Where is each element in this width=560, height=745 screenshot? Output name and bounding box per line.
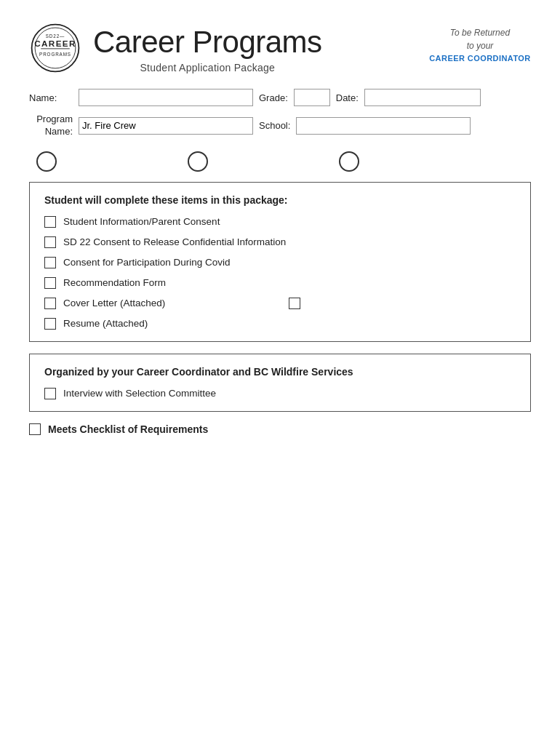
date-label: Date:: [336, 92, 359, 103]
checkbox-1[interactable]: [44, 216, 56, 228]
name-input[interactable]: [79, 89, 253, 106]
name-label: Name:: [29, 92, 73, 103]
meets-label: Meets Checklist of Requirements: [48, 423, 208, 435]
program-row: Program Name: School:: [29, 113, 531, 138]
checkbox-6[interactable]: [44, 318, 56, 330]
page-subtitle: Student Application Package: [140, 62, 275, 73]
checkbox-2[interactable]: [44, 236, 56, 248]
list-item: Recommendation Form: [44, 277, 516, 289]
date-input[interactable]: [364, 89, 481, 106]
list-item: Consent for Participation During Covid: [44, 257, 516, 268]
checkbox-4[interactable]: [44, 277, 56, 289]
svg-text:PROGRAMS: PROGRAMS: [39, 52, 71, 57]
circle-button-1[interactable]: [36, 151, 57, 172]
svg-text:SD22—: SD22—: [46, 33, 65, 39]
grade-input[interactable]: [294, 89, 330, 106]
circle-button-3[interactable]: [339, 151, 359, 172]
coordinator-label: CAREER COORDINATOR: [429, 52, 531, 65]
checklist-item-label-5: Cover Letter (Attached): [63, 298, 165, 308]
page-title: Career Programs: [93, 25, 322, 59]
return-text2: to your: [429, 39, 531, 52]
student-section: Student will complete these items in thi…: [29, 182, 531, 342]
header-center: Career Programs Student Application Pack…: [93, 23, 322, 73]
organized-section: Organized by your Career Coordinator and…: [29, 354, 531, 412]
list-item: SD 22 Consent to Release Confidential In…: [44, 236, 516, 248]
circle-1[interactable]: [36, 151, 57, 172]
extra-checkbox[interactable]: [289, 298, 300, 309]
circle-2[interactable]: [188, 151, 208, 172]
organized-section-title: Organized by your Career Coordinator and…: [44, 366, 516, 378]
logo-icon: SD22— CAREER PROGRAMS: [29, 22, 81, 74]
header-left: SD22— CAREER PROGRAMS Career Programs St…: [29, 22, 322, 74]
standalone-item: Meets Checklist of Requirements: [29, 423, 531, 435]
school-input[interactable]: [296, 117, 471, 135]
list-item: Student Information/Parent Consent: [44, 216, 516, 228]
program-label: Program Name:: [29, 113, 73, 138]
name-row: Name: Grade: Date:: [29, 89, 531, 106]
checklist-item-label-6: Resume (Attached): [63, 318, 148, 329]
header: SD22— CAREER PROGRAMS Career Programs St…: [29, 22, 531, 74]
list-item: Cover Letter (Attached): [44, 298, 516, 309]
school-label: School:: [259, 120, 290, 131]
grade-label: Grade:: [259, 92, 288, 103]
circle-3[interactable]: [339, 151, 359, 172]
checklist-item-label-1: Student Information/Parent Consent: [63, 216, 220, 227]
checkbox-5[interactable]: [44, 298, 56, 309]
interview-label: Interview with Selection Committee: [63, 388, 216, 399]
checklist-item-label-4: Recommendation Form: [63, 277, 166, 288]
circle-button-2[interactable]: [188, 151, 208, 172]
student-section-title: Student will complete these items in thi…: [44, 194, 516, 206]
program-input[interactable]: [79, 117, 253, 135]
checkbox-meets[interactable]: [29, 423, 41, 435]
list-item: Resume (Attached): [44, 318, 516, 330]
checklist-item-label-3: Consent for Participation During Covid: [63, 257, 231, 268]
circle-row: [29, 151, 531, 172]
return-text: To be Returned: [429, 26, 531, 39]
checklist-item-label-2: SD 22 Consent to Release Confidential In…: [63, 236, 286, 247]
list-item: Interview with Selection Committee: [44, 388, 516, 399]
checkbox-interview[interactable]: [44, 388, 56, 399]
checkbox-3[interactable]: [44, 257, 56, 268]
header-right: To be Returned to your CAREER COORDINATO…: [429, 22, 531, 65]
page: SD22— CAREER PROGRAMS Career Programs St…: [0, 0, 560, 745]
svg-text:CAREER: CAREER: [34, 39, 76, 48]
